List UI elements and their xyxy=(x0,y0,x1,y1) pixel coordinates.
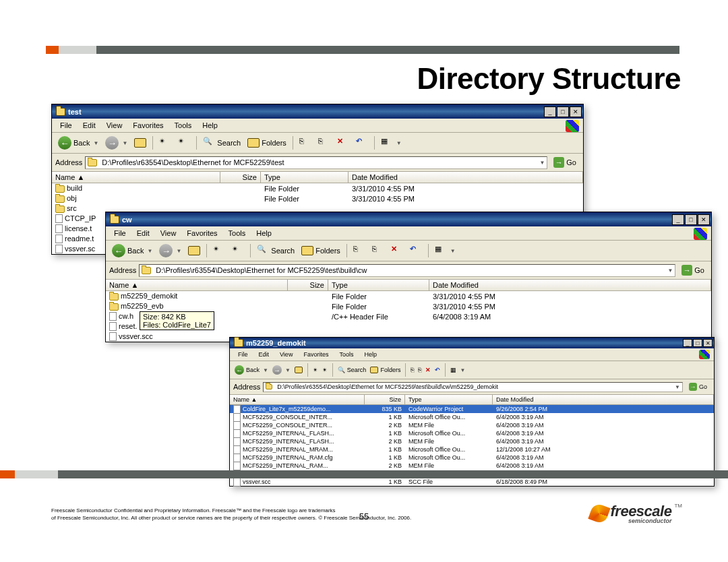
toolbar-icon-2[interactable]: ✴ xyxy=(321,366,329,374)
close-button[interactable]: ✕ xyxy=(570,106,582,117)
titlebar[interactable]: m52259_demokit _ □ ✕ xyxy=(230,338,714,348)
menu-help[interactable]: Help xyxy=(251,228,277,239)
menu-favorites[interactable]: Favorites xyxy=(298,350,334,359)
col-date[interactable]: Date Modified xyxy=(348,172,583,183)
address-input[interactable]: D:\Profiles\r63554\Desktop\Ethernet for … xyxy=(139,264,675,277)
folders-button[interactable]: Folders xyxy=(245,137,289,149)
toolbar-icon-3[interactable]: ⎘ xyxy=(351,243,368,258)
titlebar[interactable]: cw _ □ ✕ xyxy=(106,212,711,226)
menu-favorites[interactable]: Favorites xyxy=(127,120,169,131)
toolbar-icon-4[interactable]: ⎘ xyxy=(417,366,423,374)
minimize-button[interactable]: _ xyxy=(672,214,684,225)
up-button[interactable] xyxy=(185,245,203,257)
up-button[interactable] xyxy=(131,137,149,149)
menu-tools[interactable]: Tools xyxy=(169,120,198,131)
menu-file[interactable]: File xyxy=(55,120,78,131)
file-row[interactable]: MCF52259_CONSOLE_INTER...1 KBMicrosoft O… xyxy=(230,413,714,421)
views-button[interactable]: ▦▼ xyxy=(378,135,404,150)
up-button[interactable] xyxy=(293,366,304,374)
col-size[interactable]: Size xyxy=(288,280,328,290)
delete-button[interactable]: ✕ xyxy=(334,135,352,150)
undo-button[interactable]: ↶ xyxy=(353,135,371,150)
delete-button[interactable]: ✕ xyxy=(388,243,406,258)
file-row[interactable]: m52259_demokitFile Folder3/31/2010 4:55 … xyxy=(106,291,711,301)
toolbar-icon-1[interactable]: ✴ xyxy=(156,135,174,150)
back-button[interactable]: ←Back▼ xyxy=(233,365,270,375)
menu-tools[interactable]: Tools xyxy=(223,228,251,239)
col-size[interactable]: Size xyxy=(365,395,405,404)
col-type[interactable]: Type xyxy=(328,280,429,290)
address-input[interactable]: D:\Profiles\r63554\Desktop\Ethernet for … xyxy=(85,156,547,169)
search-button[interactable]: 🔍Search xyxy=(200,135,243,150)
toolbar-icon-3[interactable]: ⎘ xyxy=(297,135,314,150)
views-button[interactable]: ▦▼ xyxy=(449,366,466,374)
delete-button[interactable]: ✕ xyxy=(424,366,432,374)
go-button[interactable]: →Go xyxy=(686,381,710,392)
forward-button[interactable]: →▼ xyxy=(156,243,184,259)
toolbar-icon-2[interactable]: ✴ xyxy=(229,243,247,258)
file-row[interactable]: MCF52259_INTERNAL_FLASH...1 KBMicrosoft … xyxy=(230,429,714,437)
close-button[interactable]: ✕ xyxy=(703,339,712,347)
menu-edit[interactable]: Edit xyxy=(253,350,275,359)
menu-view[interactable]: View xyxy=(274,350,298,359)
file-icon xyxy=(109,332,117,341)
windows-flag-icon xyxy=(699,350,710,359)
window-title: cw xyxy=(122,216,672,224)
menu-file[interactable]: File xyxy=(109,228,131,239)
col-date[interactable]: Date Modified xyxy=(493,395,714,404)
col-type[interactable]: Type xyxy=(261,172,348,183)
folders-button[interactable]: Folders xyxy=(299,245,343,257)
menu-favorites[interactable]: Favorites xyxy=(181,228,222,239)
toolbar-icon-4[interactable]: ⎘ xyxy=(315,135,333,150)
go-button[interactable]: →Go xyxy=(678,263,708,277)
menu-view[interactable]: View xyxy=(101,120,128,131)
search-button[interactable]: 🔍Search xyxy=(336,366,368,374)
views-button[interactable]: ▦▼ xyxy=(432,243,458,258)
file-row[interactable]: buildFile Folder3/31/2010 4:55 PM xyxy=(52,183,583,193)
close-button[interactable]: ✕ xyxy=(698,214,710,225)
maximize-button[interactable]: □ xyxy=(685,214,697,225)
col-size[interactable]: Size xyxy=(220,172,261,183)
col-type[interactable]: Type xyxy=(405,395,493,404)
menu-file[interactable]: File xyxy=(233,350,253,359)
menu-view[interactable]: View xyxy=(155,228,182,239)
file-row[interactable]: MCF52259_INTERNAL_RAM.cfg1 KBMicrosoft O… xyxy=(230,454,714,462)
file-row[interactable]: objFile Folder3/31/2010 4:55 PM xyxy=(52,193,583,204)
maximize-button[interactable]: □ xyxy=(693,339,702,347)
undo-button[interactable]: ↶ xyxy=(433,366,442,374)
menu-help[interactable]: Help xyxy=(359,350,382,359)
col-name[interactable]: Name ▲ xyxy=(230,395,365,404)
forward-button[interactable]: →▼ xyxy=(102,135,130,151)
titlebar[interactable]: test _ □ ✕ xyxy=(52,104,583,119)
file-row[interactable]: MCF52259_INTERNAL_FLASH...2 KBMEM File6/… xyxy=(230,437,714,445)
undo-button[interactable]: ↶ xyxy=(407,243,425,258)
forward-button[interactable]: →▼ xyxy=(271,365,292,375)
back-button[interactable]: ←Back▼ xyxy=(55,135,101,151)
file-row[interactable]: ColdFire_Lite7x_m52259demo...835 KBCodeW… xyxy=(230,405,714,413)
file-row[interactable]: m52259_evbFile Folder3/31/2010 4:55 PM xyxy=(106,301,711,311)
col-name[interactable]: Name ▲ xyxy=(52,172,220,183)
file-row[interactable]: MCF52259_INTERNAL_RAM...2 KBMEM File6/4/… xyxy=(230,462,714,470)
toolbar-icon-1[interactable]: ✴ xyxy=(210,243,228,258)
toolbar-icon-1[interactable]: ✴ xyxy=(311,366,320,374)
file-row[interactable]: MCF52259_CONSOLE_INTER...2 KBMEM File6/4… xyxy=(230,421,714,429)
toolbar-icon-3[interactable]: ⎘ xyxy=(409,366,415,374)
toolbar-icon-4[interactable]: ⎘ xyxy=(369,243,387,258)
back-button[interactable]: ←Back▼ xyxy=(109,243,155,259)
minimize-button[interactable]: _ xyxy=(683,339,692,347)
minimize-button[interactable]: _ xyxy=(544,106,556,117)
maximize-button[interactable]: □ xyxy=(557,106,569,117)
folders-button[interactable]: Folders xyxy=(369,366,402,374)
menu-tools[interactable]: Tools xyxy=(334,350,359,359)
menu-edit[interactable]: Edit xyxy=(131,228,155,239)
col-date[interactable]: Date Modified xyxy=(429,280,711,290)
search-button[interactable]: 🔍Search xyxy=(254,243,297,258)
file-row[interactable]: vssver.scc1 KBSCC File6/18/2008 8:49 PM xyxy=(230,478,714,486)
toolbar-icon-2[interactable]: ✴ xyxy=(175,135,193,150)
col-name[interactable]: Name ▲ xyxy=(106,280,288,290)
menu-edit[interactable]: Edit xyxy=(78,120,101,131)
go-button[interactable]: →Go xyxy=(550,156,580,169)
file-row[interactable]: MCF52259_INTERNAL_MRAM...1 KBMicrosoft O… xyxy=(230,445,714,454)
address-input[interactable]: D:\Profiles\r63554\Desktop\Ethernet for … xyxy=(263,382,683,392)
menu-help[interactable]: Help xyxy=(197,120,223,131)
